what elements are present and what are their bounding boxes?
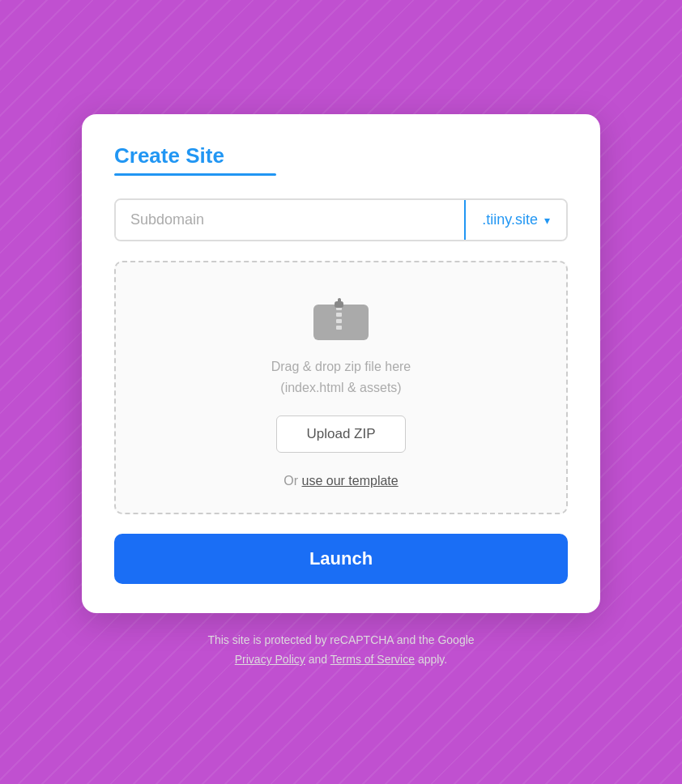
domain-label: .tiiny.site: [482, 211, 538, 228]
terms-of-service-link[interactable]: Terms of Service: [330, 653, 415, 666]
use-template-link[interactable]: use our template: [302, 474, 399, 488]
svg-rect-6: [338, 298, 341, 304]
chevron-down-icon: ▾: [544, 214, 550, 227]
svg-rect-2: [336, 313, 342, 317]
drag-drop-text: Drag & drop zip file here (index.html & …: [271, 356, 411, 398]
create-site-card: Create Site .tiiny.site ▾ Drag & drop zi…: [82, 114, 600, 613]
subdomain-input[interactable]: [116, 200, 464, 240]
subdomain-row: .tiiny.site ▾: [114, 198, 568, 241]
title-underline: [114, 173, 276, 176]
upload-zip-button[interactable]: Upload ZIP: [276, 415, 405, 453]
card-title: Create Site: [114, 143, 568, 168]
or-template-text: Or use our template: [283, 474, 398, 488]
privacy-policy-link[interactable]: Privacy Policy: [235, 653, 305, 666]
launch-button[interactable]: Launch: [114, 534, 568, 584]
footer-text: This site is protected by reCAPTCHA and …: [207, 631, 474, 670]
domain-selector-button[interactable]: .tiiny.site ▾: [464, 200, 566, 240]
dropzone[interactable]: Drag & drop zip file here (index.html & …: [114, 261, 568, 514]
zip-file-icon: [312, 295, 370, 342]
svg-rect-3: [336, 319, 342, 323]
svg-rect-4: [336, 326, 342, 330]
